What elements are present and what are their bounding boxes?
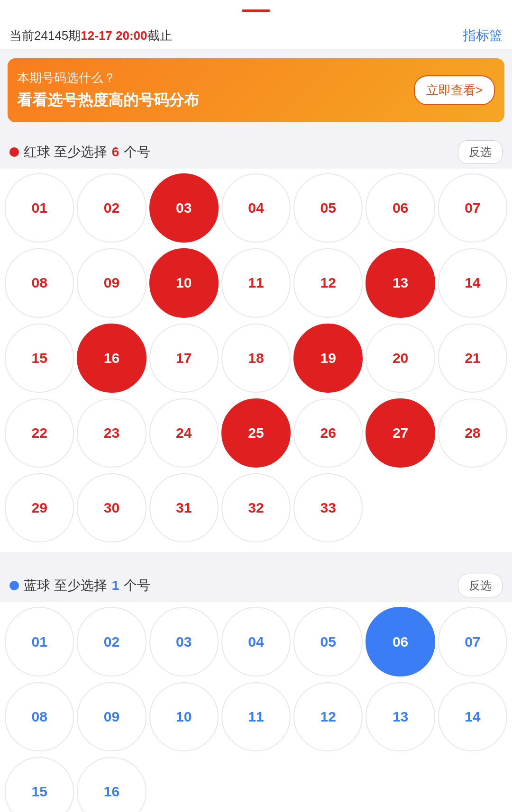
red-ball-08[interactable]: 08: [5, 248, 74, 317]
blue-ball-14[interactable]: 14: [438, 682, 507, 751]
red-ball-section-label: 红球 至少选择: [24, 143, 107, 161]
red-ball-15[interactable]: 15: [5, 324, 74, 393]
banner-title: 本期号码选什么？: [17, 70, 199, 86]
red-ball-27[interactable]: 27: [366, 398, 435, 468]
status-bar-indicator: [242, 9, 270, 12]
red-ball-05[interactable]: 05: [293, 173, 363, 243]
period-text: 当前24145期: [9, 28, 81, 43]
blue-ball-05[interactable]: 05: [293, 607, 363, 676]
red-dot-icon: [9, 147, 19, 157]
deadline-suffix: 截止: [147, 28, 172, 43]
blue-ball-10[interactable]: 10: [149, 682, 219, 751]
blue-ball-02[interactable]: 02: [77, 607, 146, 676]
red-ball-29[interactable]: 29: [5, 473, 74, 542]
red-ball-14[interactable]: 14: [438, 248, 507, 317]
red-ball-26[interactable]: 26: [293, 398, 363, 468]
red-ball-09[interactable]: 09: [77, 248, 146, 317]
banner-cta-button[interactable]: 立即查看>: [414, 75, 495, 105]
blue-ball-12[interactable]: 12: [293, 682, 363, 751]
banner-subtitle: 看看选号热度高的号码分布: [17, 90, 199, 111]
blue-ball-count-suffix: 个号: [124, 577, 150, 595]
red-ball-06[interactable]: 06: [366, 173, 435, 243]
blue-ball-reverse-button[interactable]: 反选: [458, 574, 503, 597]
blue-ball-09[interactable]: 09: [77, 682, 146, 751]
blue-ball-07[interactable]: 07: [438, 607, 507, 676]
blue-ball-15[interactable]: 15: [5, 757, 74, 812]
red-ball-25[interactable]: 25: [221, 398, 291, 468]
red-balls-grid: 0102030405060708091011121314151617181920…: [0, 169, 512, 552]
red-ball-13[interactable]: 13: [366, 248, 435, 317]
red-ball-21[interactable]: 21: [438, 324, 507, 393]
blue-ball-03[interactable]: 03: [149, 607, 219, 676]
period-info: 当前24145期12-17 20:00截止: [9, 27, 172, 44]
red-ball-01[interactable]: 01: [5, 173, 74, 243]
blue-ball-11[interactable]: 11: [221, 682, 291, 751]
red-ball-label: 红球 至少选择6个号: [9, 143, 150, 161]
section-divider: [0, 557, 512, 564]
red-ball-16[interactable]: 16: [77, 324, 146, 393]
red-ball-20[interactable]: 20: [366, 324, 435, 393]
red-ball-33[interactable]: 33: [293, 473, 363, 542]
red-ball-18[interactable]: 18: [221, 324, 291, 393]
red-ball-count: 6: [112, 144, 119, 160]
blue-ball-count: 1: [112, 578, 119, 593]
red-ball-07[interactable]: 07: [438, 173, 507, 243]
status-bar: [0, 0, 512, 21]
red-ball-11[interactable]: 11: [221, 248, 291, 317]
red-ball-04[interactable]: 04: [221, 173, 291, 243]
blue-ball-06[interactable]: 06: [366, 607, 435, 676]
blue-ball-16[interactable]: 16: [77, 757, 146, 812]
red-ball-19[interactable]: 19: [293, 324, 363, 393]
blue-ball-08[interactable]: 08: [5, 682, 74, 751]
red-ball-10[interactable]: 10: [149, 248, 219, 317]
red-ball-03[interactable]: 03: [149, 173, 219, 243]
red-ball-22[interactable]: 22: [5, 398, 74, 468]
deadline-highlight: 12-17 20:00: [81, 28, 147, 43]
red-ball-23[interactable]: 23: [77, 398, 146, 468]
blue-ball-section-label: 蓝球 至少选择: [24, 577, 107, 595]
red-ball-24[interactable]: 24: [149, 398, 219, 468]
blue-ball-label: 蓝球 至少选择1个号: [9, 577, 150, 595]
promo-banner[interactable]: 本期号码选什么？ 看看选号热度高的号码分布 立即查看>: [8, 58, 504, 122]
blue-ball-01[interactable]: 01: [5, 607, 74, 676]
banner-text-area: 本期号码选什么？ 看看选号热度高的号码分布: [17, 70, 199, 111]
red-ball-reverse-button[interactable]: 反选: [458, 140, 503, 164]
header: 当前24145期12-17 20:00截止 指标篮: [0, 21, 512, 50]
red-ball-02[interactable]: 02: [77, 173, 146, 243]
red-ball-12[interactable]: 12: [293, 248, 363, 317]
blue-ball-04[interactable]: 04: [221, 607, 291, 676]
red-ball-32[interactable]: 32: [221, 473, 291, 542]
red-ball-31[interactable]: 31: [149, 473, 219, 542]
blue-ball-header: 蓝球 至少选择1个号 反选: [0, 564, 512, 602]
red-ball-header: 红球 至少选择6个号 反选: [0, 131, 512, 169]
blue-dot-icon: [9, 581, 19, 590]
blue-balls-grid: 01020304050607080910111213141516: [0, 602, 512, 812]
red-ball-17[interactable]: 17: [149, 324, 219, 393]
blue-ball-13[interactable]: 13: [366, 682, 435, 751]
red-ball-28[interactable]: 28: [438, 398, 507, 468]
index-basket-link[interactable]: 指标篮: [463, 27, 503, 45]
red-ball-30[interactable]: 30: [77, 473, 146, 542]
red-ball-count-suffix: 个号: [124, 143, 150, 161]
